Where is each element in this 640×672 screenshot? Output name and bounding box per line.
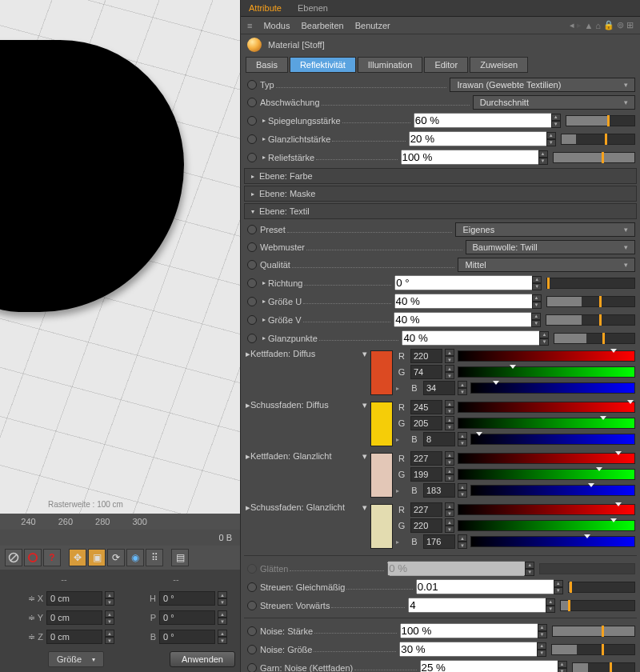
grid-icon[interactable]: ⠿: [146, 549, 163, 566]
gloss-input[interactable]: [409, 131, 547, 146]
timeline-ruler[interactable]: 220 240 260 280 300: [0, 514, 240, 530]
p-field[interactable]: [159, 610, 215, 625]
type-select[interactable]: Irawan (Gewebte Textilien)▾: [450, 78, 635, 92]
specular-input[interactable]: [414, 113, 552, 128]
gloss-slider[interactable]: [561, 134, 635, 145]
section-layer-color[interactable]: ▸Ebene: Farbe: [244, 168, 637, 184]
svg-point-2: [29, 554, 37, 562]
color-swatch[interactable]: [370, 504, 393, 549]
tab-attribute[interactable]: Attribute: [241, 0, 290, 16]
color-row-col-kdiff: ▸ Kettfaden: Diffus ▾ R▲▼ G▲▼ ▸B▲▼: [244, 347, 637, 398]
pivot-icon[interactable]: ◉: [126, 549, 144, 566]
viewport[interactable]: Rasterweite : 100 cm: [0, 0, 240, 514]
lock-icon[interactable]: 🔒: [603, 20, 614, 30]
color-row-col-kspec: ▸ Kettfaden: Glanzlicht ▾ R▲▼ G▲▼ ▸B▲▼: [244, 450, 637, 501]
color-swatch[interactable]: [370, 350, 393, 395]
row-gloss-strength: ▸ Glanzlichtstärke ▲▼: [244, 130, 637, 148]
attenuation-select[interactable]: Durchschnitt▾: [473, 95, 635, 110]
cube-icon[interactable]: ▣: [88, 549, 106, 566]
back-icon[interactable]: ◂: [570, 20, 574, 30]
record-icon[interactable]: [24, 549, 42, 566]
highlights-input[interactable]: [402, 330, 540, 346]
material-ball-icon: [247, 38, 262, 52]
relief-slider[interactable]: [553, 152, 635, 163]
material-name: Material [Stoff]: [268, 40, 325, 50]
scatter-even-input[interactable]: [416, 579, 554, 594]
subtab-reflectivity[interactable]: Reflektivität: [290, 57, 356, 73]
svg-line-1: [10, 554, 17, 561]
menu-mode[interactable]: Modus: [263, 21, 290, 30]
size-combo[interactable]: Größe▾: [48, 651, 104, 667]
film-icon[interactable]: ▤: [171, 549, 189, 566]
scatter-fwd-input[interactable]: [408, 598, 546, 613]
forward-icon[interactable]: ▸: [577, 20, 582, 30]
x-field[interactable]: [46, 591, 102, 606]
size-v-input[interactable]: [394, 312, 532, 327]
move-tool-icon[interactable]: ✥: [69, 549, 86, 566]
hamburger-icon[interactable]: ≡: [247, 21, 252, 30]
help-icon[interactable]: ?: [43, 549, 61, 566]
quality-select[interactable]: Mittel▾: [458, 258, 635, 272]
size-u-slider[interactable]: [546, 296, 635, 307]
menu-user[interactable]: Benutzer: [355, 21, 390, 30]
anim-dot[interactable]: [247, 80, 257, 90]
prohibit-icon[interactable]: [5, 549, 22, 566]
menu-edit[interactable]: Bearbeiten: [301, 21, 343, 30]
subtab-editor[interactable]: Editor: [424, 57, 468, 73]
left-toolbar: ? ✥ ▣ ⟳ ◉ ⠿ ▤: [0, 546, 240, 570]
section-layer-textil[interactable]: ▾Ebene: Textil: [244, 203, 637, 219]
color-row-col-sspec: ▸ Schussfaden: Glanzlicht ▾ R▲▼ G▲▼ ▸B▲▼: [244, 501, 637, 552]
pattern-select[interactable]: Baumwolle: Twill▾: [466, 240, 635, 254]
color-swatch[interactable]: [370, 453, 393, 498]
h-field[interactable]: [159, 591, 215, 606]
y-field[interactable]: [46, 610, 102, 625]
z-field[interactable]: [46, 630, 102, 644]
panel-tabs: Attribute Ebenen: [241, 0, 640, 17]
up-icon[interactable]: ▲: [584, 21, 593, 30]
grid-spacing-label: Rasterweite : 100 cm: [48, 500, 123, 509]
home-icon[interactable]: ⌂: [595, 21, 601, 30]
direction-input[interactable]: [394, 275, 533, 290]
tab-layers[interactable]: Ebenen: [290, 0, 336, 16]
size-u-input[interactable]: [394, 294, 533, 309]
rotate-icon[interactable]: ⟳: [107, 549, 125, 566]
color-row-col-sdiff: ▸ Schussfaden: Diffus ▾ R▲▼ G▲▼ ▸B▲▼: [244, 398, 637, 450]
subtab-assign[interactable]: Zuweisen: [470, 57, 528, 73]
subtab-illumination[interactable]: Illumination: [358, 57, 423, 73]
target-icon[interactable]: ⊚: [617, 20, 624, 30]
highlights-slider[interactable]: [554, 333, 635, 344]
color-swatch[interactable]: [370, 402, 393, 446]
x-spinner-icon[interactable]: ≑ X: [5, 594, 43, 604]
subtab-basis[interactable]: Basis: [246, 57, 288, 73]
specular-slider[interactable]: [566, 115, 635, 126]
relief-input[interactable]: [401, 150, 539, 165]
preset-select[interactable]: Eigenes▾: [455, 222, 635, 237]
row-relief-strength: ▸ Reliefstärke ▲▼: [244, 148, 637, 166]
b-field[interactable]: [159, 630, 215, 644]
apply-button[interactable]: Anwenden: [170, 651, 235, 667]
section-layer-mask[interactable]: ▸Ebene: Maske: [244, 186, 637, 202]
svg-point-0: [10, 554, 18, 562]
size-v-slider[interactable]: [546, 314, 635, 326]
current-frame: 0 B: [218, 533, 232, 542]
direction-slider[interactable]: [546, 278, 635, 289]
new-window-icon[interactable]: ⊞: [626, 20, 634, 30]
row-specular-strength: ▸ Spiegelungsstärke ▲▼: [244, 111, 637, 130]
